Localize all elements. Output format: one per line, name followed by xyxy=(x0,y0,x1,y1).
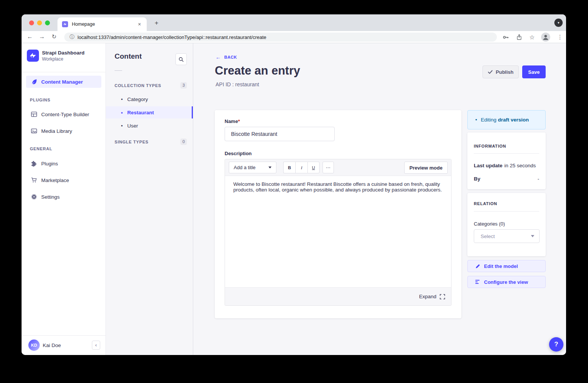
avatar[interactable]: KD xyxy=(28,339,40,351)
rich-text-editor: Add a title B I U ⋯ Preview mode Welcome… xyxy=(225,159,451,306)
browser-back-button[interactable]: ← xyxy=(25,32,34,41)
italic-button[interactable]: I xyxy=(295,162,307,173)
underline-button[interactable]: U xyxy=(307,162,320,173)
information-card: INFORMATION Last updatein 25 seconds By- xyxy=(467,132,546,189)
bold-button[interactable]: B xyxy=(283,162,295,173)
sidebar: Strapi Dashboard Workplace Content Manag… xyxy=(22,43,106,355)
api-id-subtitle: API ID : restaurant xyxy=(216,81,259,87)
tab-close-icon[interactable]: × xyxy=(137,21,142,27)
preview-mode-button[interactable]: Preview mode xyxy=(404,162,448,174)
configure-view-button[interactable]: Configure the view xyxy=(467,276,546,288)
sidebar-item-content-type-builder[interactable]: Content-Type Builder xyxy=(31,111,89,117)
user-name: Kai Doe xyxy=(43,343,92,348)
description-field-label: Description xyxy=(225,151,252,156)
workspace-name: Workplace xyxy=(42,56,85,62)
collection-type-label: Restaurant xyxy=(127,110,154,115)
sidebar-item-label: Content-Type Builder xyxy=(41,112,89,117)
pencil-icon xyxy=(475,264,480,269)
sidebar-footer-divider xyxy=(22,335,105,336)
sidebar-item-marketplace[interactable]: Marketplace xyxy=(31,177,69,183)
bullet-icon: • xyxy=(121,97,123,102)
maximize-window-button[interactable] xyxy=(45,20,50,25)
chevron-down-icon xyxy=(531,235,534,237)
categories-select[interactable]: Select xyxy=(474,229,540,243)
app-title: Strapi Dashboard xyxy=(42,50,85,56)
information-divider xyxy=(474,153,539,154)
new-tab-button[interactable]: + xyxy=(153,19,160,27)
browser-tabstrip: Homepage × + ▾ xyxy=(22,14,566,31)
last-update-row: Last updatein 25 seconds xyxy=(474,163,539,168)
content-nav-panel: Content COLLECTION TYPES 3 • Category • … xyxy=(106,43,193,355)
editor-footer: Expand xyxy=(225,287,451,305)
description-textarea[interactable]: Welcome to Biscotte restaurant! Restaura… xyxy=(225,176,451,287)
feather-pen-icon xyxy=(31,79,37,85)
single-types-count-badge: 0 xyxy=(180,139,187,145)
layout-grid-icon xyxy=(31,111,37,117)
name-field-label: Name* xyxy=(225,118,240,124)
collection-types-count-badge: 3 xyxy=(180,82,187,89)
publish-button[interactable]: Publish xyxy=(483,65,519,78)
workspace-switcher[interactable]: Strapi Dashboard Workplace xyxy=(27,50,85,62)
collection-types-header: COLLECTION TYPES 3 xyxy=(115,82,187,89)
back-arrow-icon: ← xyxy=(216,54,221,60)
browser-toolbar: ← → ↻ ⓘ localhost:1337/admin/content-man… xyxy=(22,31,566,43)
by-row: By- xyxy=(474,176,539,182)
collection-type-label: Category xyxy=(127,97,148,102)
sidebar-item-media-library[interactable]: Media Library xyxy=(31,128,72,134)
cart-icon xyxy=(31,177,37,183)
sidebar-item-label: Settings xyxy=(41,194,60,200)
sidebar-item-settings[interactable]: Settings xyxy=(31,194,60,200)
collection-type-user[interactable]: • User xyxy=(106,120,193,132)
share-icon[interactable] xyxy=(515,33,524,42)
sidebar-item-content-manager[interactable]: Content Manager xyxy=(26,76,101,88)
bullet-icon: • xyxy=(121,123,123,129)
save-button[interactable]: Save xyxy=(522,65,546,78)
address-bar[interactable]: ⓘ localhost:1337/admin/content-manager/c… xyxy=(64,33,497,42)
name-input[interactable] xyxy=(225,127,335,141)
sidebar-section-general: GENERAL xyxy=(30,146,52,151)
browser-update-icon[interactable]: ▾ xyxy=(554,19,563,27)
edit-model-button[interactable]: Edit the model xyxy=(467,260,546,272)
sidebar-item-plugins[interactable]: Plugins xyxy=(31,160,58,167)
collection-type-category[interactable]: • Category xyxy=(106,93,193,105)
gear-icon xyxy=(31,194,37,200)
browser-forward-button[interactable]: → xyxy=(37,32,47,41)
checkmark-icon xyxy=(488,70,493,74)
url-text: localhost:1337/admin/content-manager/col… xyxy=(78,34,266,40)
content-nav-divider xyxy=(115,70,122,71)
browser-reload-button[interactable]: ↻ xyxy=(50,32,59,41)
collection-type-label: User xyxy=(127,123,138,129)
collection-type-restaurant[interactable]: • Restaurant xyxy=(106,106,193,118)
sidebar-item-label: Content Manager xyxy=(41,79,83,85)
browser-tab[interactable]: Homepage × xyxy=(57,17,147,31)
relation-title: RELATION xyxy=(474,201,497,206)
bookmark-star-icon[interactable]: ☆ xyxy=(527,33,537,42)
help-button[interactable]: ? xyxy=(549,337,563,352)
expand-label: Expand xyxy=(419,294,436,299)
browser-menu-icon[interactable]: ⋮ xyxy=(555,33,565,42)
sidebar-section-plugins: PLUGINS xyxy=(30,98,51,102)
information-title: INFORMATION xyxy=(474,144,506,148)
more-formatting-button[interactable]: ⋯ xyxy=(323,162,334,173)
sidebar-item-label: Plugins xyxy=(41,161,58,167)
page-title: Create an entry xyxy=(215,64,300,78)
search-button[interactable] xyxy=(175,53,187,65)
back-label: BACK xyxy=(224,55,237,59)
minimize-window-button[interactable] xyxy=(37,20,42,25)
search-icon xyxy=(178,57,184,62)
sidebar-collapse-button[interactable]: ‹ xyxy=(92,341,100,350)
browser-profile-avatar[interactable] xyxy=(541,33,550,42)
expand-icon[interactable] xyxy=(440,294,445,299)
strapi-logo xyxy=(27,50,39,62)
back-link[interactable]: ← BACK xyxy=(216,54,237,60)
password-key-icon[interactable] xyxy=(501,33,510,42)
close-window-button[interactable] xyxy=(29,20,34,25)
bullet-icon: • xyxy=(121,110,123,115)
single-types-label: SINGLE TYPES xyxy=(115,140,149,144)
draft-status-banner: • Editing draft version xyxy=(467,110,546,129)
relation-card: RELATION Categories (0) Select xyxy=(467,193,546,256)
status-dot-icon: • xyxy=(475,117,477,123)
site-info-icon[interactable]: ⓘ xyxy=(70,34,74,40)
main-content: ← BACK Create an entry API ID : restaura… xyxy=(193,43,566,355)
title-style-select[interactable]: Add a title xyxy=(229,162,276,173)
